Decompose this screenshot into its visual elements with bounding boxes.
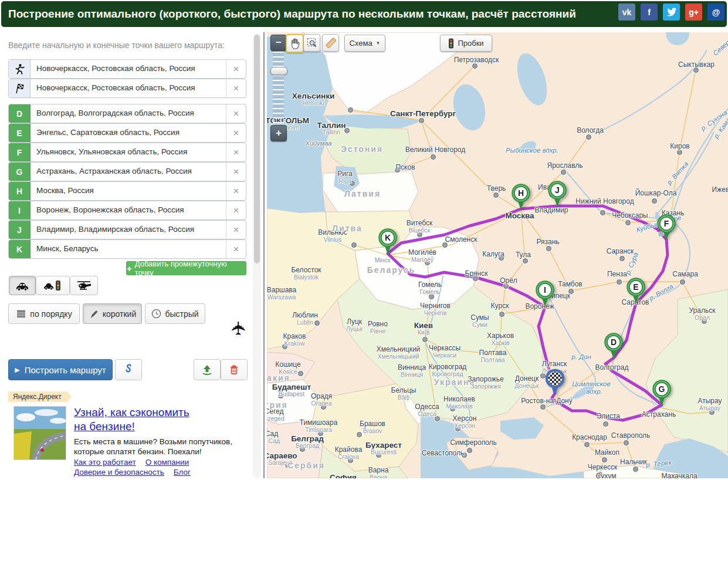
start-point-row: Новочеркасск, Ростовская область, Россия… (8, 59, 246, 79)
city-dot (671, 474, 676, 478)
end-input[interactable]: Новочеркасск, Ростовская область, Россия (31, 79, 226, 97)
helicopter-button[interactable] (70, 276, 98, 295)
route-marker-D[interactable]: D (603, 333, 624, 362)
zoom-select-tool-button[interactable] (303, 34, 320, 52)
mode-fast[interactable]: быстрый (145, 303, 205, 324)
remove-waypoint-button[interactable]: × (226, 240, 246, 258)
ruler-tool-button[interactable] (322, 34, 339, 52)
city-dot (473, 276, 478, 281)
ad-links-row: Доверие и безопасностьБлог (74, 468, 191, 477)
remove-waypoint-button[interactable]: × (226, 124, 246, 142)
remove-waypoint-button[interactable]: × (226, 143, 246, 161)
delete-button[interactable] (221, 359, 248, 380)
ad-title-link[interactable]: Узнай, как сэкономить на бензине! (74, 406, 189, 434)
city-dot (603, 421, 608, 427)
pan-tool-button[interactable] (286, 34, 304, 53)
route-marker-F[interactable]: F (656, 214, 677, 244)
zoom-in-button[interactable]: + (270, 125, 287, 141)
waypoint-input[interactable]: Астрахань, Астраханская область, Россия (31, 163, 226, 181)
social-links: vkfg+@ (618, 4, 724, 21)
upload-icon (201, 363, 214, 376)
add-waypoint-button[interactable]: + Добавить промежуточную точку (126, 261, 246, 275)
svg-text:K: K (385, 233, 391, 242)
waypoint-row-E: EЭнгельс, Саратовская область, Россия× (8, 123, 246, 143)
map[interactable]: СТОКГОЛЬМStockholmХельсинкиHelsinkiТалли… (267, 32, 728, 478)
facebook-icon[interactable]: f (641, 4, 658, 21)
city-dot (693, 67, 699, 73)
sidebar-scrollbar[interactable] (253, 33, 261, 478)
share-link-button[interactable] (115, 359, 142, 380)
ad-image[interactable] (13, 406, 66, 460)
chevron-down-icon: ▼ (376, 40, 381, 46)
route-marker-H[interactable]: H (510, 184, 531, 213)
start-input[interactable]: Новочеркасск, Ростовская область, Россия (31, 60, 226, 78)
car-traffic-button[interactable] (36, 276, 70, 295)
svg-text:H: H (518, 188, 524, 198)
ad-link[interactable]: Доверие и безопасность (74, 468, 164, 477)
city-dot (652, 198, 657, 204)
route-marker-K[interactable]: K (377, 228, 398, 258)
route-marker-J[interactable]: J (547, 181, 568, 210)
waypoint-input[interactable]: Ульяновск, Ульяновская область, Россия (31, 143, 226, 161)
googleplus-icon[interactable]: g+ (685, 4, 702, 21)
ad-link[interactable]: О компании (145, 458, 189, 467)
city-dot (442, 242, 448, 248)
city-dot (617, 279, 622, 285)
airplane-icon: ✈ (228, 320, 250, 336)
remove-start-button[interactable]: × (226, 60, 246, 78)
waypoint-input[interactable]: Минск, Беларусь (31, 240, 226, 258)
waypoint-input[interactable]: Энгельс, Саратовская область, Россия (31, 124, 226, 142)
runner-icon (9, 60, 31, 78)
map-type-dropdown[interactable]: Схема ▼ (344, 35, 385, 52)
mode-short[interactable]: короткий (83, 303, 142, 324)
city-dot (600, 210, 605, 215)
zoom-slider-handle[interactable] (270, 67, 287, 75)
car-button[interactable] (9, 276, 36, 295)
mode-in-order[interactable]: по порядку (8, 303, 80, 324)
remove-waypoint-button[interactable]: × (226, 182, 246, 200)
end-point-row: Новочеркасск, Ростовская область, Россия… (8, 79, 246, 98)
waypoint-letter-badge: F (9, 143, 31, 161)
plus-icon: + (127, 264, 132, 273)
waypoint-input[interactable]: Владимир, Владимирская область, Россия (31, 221, 226, 239)
waypoint-input[interactable]: Воронеж, Воронежская область, Россия (31, 201, 226, 219)
remove-waypoint-button[interactable]: × (226, 221, 246, 239)
city-dot (493, 192, 499, 198)
remove-waypoint-button[interactable]: × (226, 104, 246, 123)
city-dot (467, 448, 472, 453)
city-dot (584, 442, 590, 447)
trash-icon (228, 363, 241, 376)
waypoint-input[interactable]: Москва, Россия (31, 182, 226, 200)
play-icon: ▶ (15, 366, 19, 374)
route-marker-E[interactable]: E (625, 278, 646, 307)
city-dot (435, 416, 440, 421)
mail-icon[interactable]: @ (707, 4, 724, 21)
vk-icon[interactable]: vk (618, 4, 635, 21)
zoom-out-button[interactable]: − (270, 35, 287, 51)
waypoint-letter-badge: K (9, 240, 31, 258)
city-dot (619, 256, 625, 261)
finish-flag-icon (9, 79, 31, 97)
city-dot (625, 220, 631, 225)
export-button[interactable] (194, 359, 221, 380)
ad-link[interactable]: Как это работает (74, 458, 136, 467)
zoom-slider[interactable] (273, 52, 284, 124)
traffic-button[interactable]: Пробки (440, 35, 492, 52)
twitter-icon[interactable] (663, 4, 680, 21)
build-route-button[interactable]: ▶ Построить маршрут (8, 359, 113, 380)
ruler-icon (325, 37, 337, 49)
ad-link[interactable]: Блог (174, 468, 191, 477)
remove-waypoint-button[interactable]: × (226, 163, 246, 181)
scrollbar-thumb[interactable] (254, 35, 260, 264)
route-marker-I[interactable]: I (534, 281, 556, 310)
city-dot (348, 107, 353, 113)
waypoint-input[interactable]: Волгоград, Волгоградская область, Россия (31, 104, 226, 123)
city-dot (523, 258, 528, 264)
finish-flag-marker[interactable] (544, 369, 566, 399)
remove-end-button[interactable]: × (226, 79, 246, 97)
svg-text:D: D (611, 337, 617, 347)
remove-waypoint-button[interactable]: × (226, 201, 246, 219)
svg-text:E: E (633, 282, 638, 292)
route-marker-G[interactable]: G (651, 380, 672, 409)
city-dot (300, 447, 305, 452)
